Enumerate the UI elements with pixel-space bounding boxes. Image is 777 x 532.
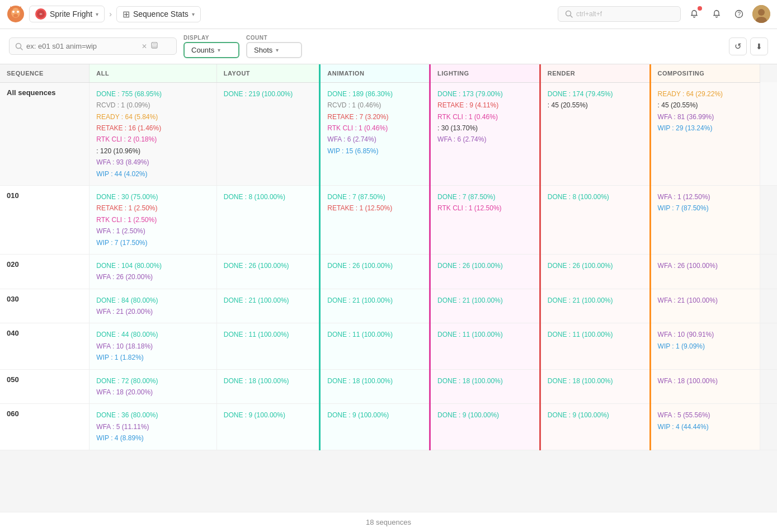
user-avatar[interactable]	[752, 5, 770, 23]
notifications-button[interactable]	[685, 5, 703, 23]
app-logo[interactable]	[7, 5, 25, 23]
col-header-sequence: SEQUENCE	[0, 64, 90, 83]
project-name: Sprite Fright	[50, 10, 92, 18]
stat-line: DONE : 72 (80.00%)	[96, 375, 210, 387]
download-button[interactable]: ⬇	[750, 37, 768, 55]
sequence-cell: 030	[0, 289, 90, 323]
stat-line: RETAKE : 7 (3.20%)	[327, 111, 422, 123]
compositing-cell: WFA : 10 (90.91%)WIP : 1 (9.09%)	[650, 323, 760, 369]
page-selector[interactable]: ⊞ Sequence Stats ▾	[116, 6, 201, 22]
footer-bar: 18 sequences	[0, 512, 777, 532]
stat-line: DONE : 104 (80.00%)	[96, 260, 210, 271]
stat-line: DONE : 11 (100.00%)	[548, 329, 643, 340]
stat-line: WFA : 21 (20.00%)	[96, 306, 210, 317]
stat-line: WFA : 1 (12.50%)	[658, 191, 754, 203]
table-wrapper[interactable]: SEQUENCE ALL LAYOUT ANIMATION LIGHTING R…	[0, 64, 777, 512]
shots-chevron-icon: ▾	[276, 47, 279, 53]
all-cell: DONE : 44 (80.00%)WFA : 10 (18.18%)WIP :…	[90, 323, 217, 369]
compositing-cell: WFA : 18 (100.00%)	[650, 369, 760, 404]
stat-line: DONE : 30 (75.00%)	[96, 191, 210, 203]
shots-dropdown[interactable]: Shots ▾	[246, 42, 302, 58]
animation-cell: DONE : 189 (86.30%)RCVD : 1 (0.46%)RETAK…	[320, 82, 430, 185]
stat-line: DONE : 219 (100.00%)	[224, 88, 312, 100]
row-spacer	[760, 82, 777, 185]
stat-line: DONE : 18 (100.00%)	[224, 375, 312, 387]
search-icon	[565, 10, 573, 18]
table-row: 040DONE : 44 (80.00%)WFA : 10 (18.18%)WI…	[0, 323, 777, 369]
stat-line: DONE : 9 (100.00%)	[437, 409, 533, 421]
sequence-label: 060	[7, 409, 19, 418]
filter-clear-icon[interactable]: ✕	[142, 43, 147, 50]
table-row: 030DONE : 84 (80.00%)WFA : 21 (20.00%)DO…	[0, 289, 777, 323]
stat-line: DONE : 7 (87.50%)	[437, 191, 533, 203]
display-group: DISPLAY Counts ▾	[183, 35, 239, 58]
layout-cell: DONE : 26 (100.00%)	[216, 254, 319, 289]
filter-input[interactable]	[26, 42, 138, 50]
col-header-all: ALL	[90, 64, 217, 83]
stat-line: : 120 (10.96%)	[96, 145, 210, 157]
stat-line: WFA : 18 (100.00%)	[658, 375, 754, 387]
table-row: 020DONE : 104 (80.00%)WFA : 26 (20.00%)D…	[0, 254, 777, 289]
layout-cell: DONE : 18 (100.00%)	[216, 369, 319, 404]
stat-line: WFA : 93 (8.49%)	[96, 157, 210, 168]
svg-point-11	[758, 9, 765, 16]
col-header-layout: LAYOUT	[216, 64, 319, 83]
all-cell: DONE : 84 (80.00%)WFA : 21 (20.00%)	[90, 289, 217, 323]
stat-line: DONE : 173 (79.00%)	[437, 88, 533, 100]
stat-line: DONE : 8 (100.00%)	[224, 191, 312, 203]
svg-point-4	[13, 14, 18, 17]
stat-line: RTK CLI : 1 (0.46%)	[327, 123, 422, 134]
stat-line: DONE : 174 (79.45%)	[548, 88, 643, 100]
bell-button[interactable]	[708, 5, 726, 23]
render-cell: DONE : 8 (100.00%)	[540, 185, 650, 254]
svg-point-3	[17, 11, 19, 13]
shots-label: Shots	[254, 46, 272, 54]
stat-line: READY : 64 (29.22%)	[658, 88, 754, 100]
filter-save-icon[interactable]	[150, 41, 158, 51]
stat-line: DONE : 44 (80.00%)	[96, 329, 210, 340]
stat-line: RTK CLI : 2 (0.18%)	[96, 134, 210, 145]
sequence-label: All sequences	[7, 88, 55, 97]
stat-line: WFA : 18 (20.00%)	[96, 387, 210, 398]
stat-line: WIP : 1 (9.09%)	[658, 341, 754, 352]
stat-line: WFA : 26 (100.00%)	[658, 260, 754, 271]
counts-dropdown[interactable]: Counts ▾	[183, 42, 239, 58]
stat-line: WIP : 44 (4.02%)	[96, 168, 210, 180]
stat-line: DONE : 755 (68.95%)	[96, 88, 210, 100]
stat-line: RTK CLI : 1 (2.50%)	[96, 214, 210, 225]
animation-cell: DONE : 21 (100.00%)	[320, 289, 430, 323]
stat-line: DONE : 18 (100.00%)	[437, 375, 533, 387]
stat-line: : 45 (20.55%)	[658, 100, 754, 111]
stat-line: WIP : 7 (87.50%)	[658, 203, 754, 214]
stat-line: DONE : 18 (100.00%)	[327, 375, 422, 387]
stat-line: WFA : 81 (36.99%)	[658, 111, 754, 123]
project-selector[interactable]: Sprite Fright ▾	[29, 6, 105, 22]
animation-cell: DONE : 26 (100.00%)	[320, 254, 430, 289]
stat-line: DONE : 9 (100.00%)	[548, 409, 643, 421]
reload-button[interactable]: ↺	[729, 37, 747, 55]
stat-line: DONE : 36 (80.00%)	[96, 409, 210, 421]
help-button[interactable]: ?	[730, 5, 748, 23]
compositing-cell: READY : 64 (29.22%): 45 (20.55%)WFA : 81…	[650, 82, 760, 185]
project-chevron-icon: ▾	[96, 11, 98, 17]
stat-line: RETAKE : 1 (2.50%)	[96, 203, 210, 214]
stat-line: DONE : 21 (100.00%)	[437, 295, 533, 306]
breadcrumb-separator: ›	[109, 10, 112, 18]
col-header-compositing: COMPOSITING	[650, 64, 760, 83]
page-icon: ⊞	[123, 9, 130, 20]
stat-line: WIP : 7 (17.50%)	[96, 237, 210, 248]
sequence-label: 020	[7, 260, 19, 269]
render-cell: DONE : 21 (100.00%)	[540, 289, 650, 323]
stat-line: WFA : 26 (20.00%)	[96, 271, 210, 283]
filter-search-icon	[15, 43, 23, 50]
col-header-animation: ANIMATION	[320, 64, 430, 83]
stat-line: : 30 (13.70%)	[437, 123, 533, 134]
stat-line: DONE : 11 (100.00%)	[224, 329, 312, 340]
global-search[interactable]: ctrl+alt+f	[558, 6, 681, 22]
toolbar-actions: ↺ ⬇	[729, 37, 768, 55]
sequence-label: 050	[7, 375, 19, 384]
sequence-count: 18 sequences	[366, 518, 411, 526]
stat-line: WIP : 29 (13.24%)	[658, 123, 754, 134]
filter-wrap[interactable]: ✕	[9, 37, 177, 55]
stat-line: DONE : 21 (100.00%)	[327, 295, 422, 306]
